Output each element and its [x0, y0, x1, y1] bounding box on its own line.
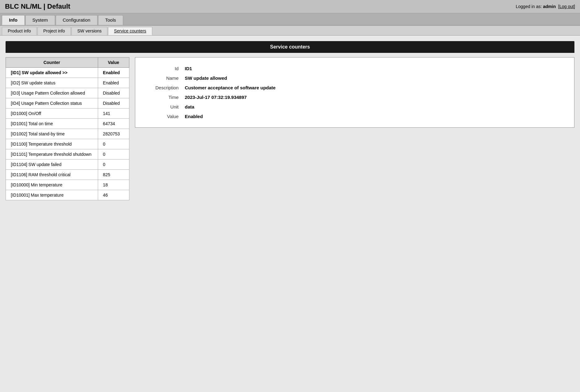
detail-description-label: Description — [145, 83, 182, 92]
value-cell: 141 — [98, 109, 129, 119]
sub-nav-tab-product-info[interactable]: Product info — [2, 27, 37, 35]
detail-value-value: Enabled — [182, 112, 565, 121]
sub-nav-tab-service-counters[interactable]: Service counters — [108, 27, 152, 35]
col-header-value: Value — [98, 58, 129, 68]
detail-value-label: Value — [145, 112, 182, 121]
table-row[interactable]: [ID10001] Max temperature46 — [6, 190, 129, 200]
counter-cell: [ID1002] Total stand-by time — [6, 129, 98, 139]
counter-cell: [ID4] Usage Pattern Collection status — [6, 98, 98, 109]
logged-in-label: Logged in as: — [516, 4, 543, 9]
user-info: Logged in as: admin [Log out] — [516, 4, 575, 9]
counter-cell: [ID1000] On/Off — [6, 109, 98, 119]
counter-cell: [ID1100] Temperature threshold — [6, 139, 98, 149]
detail-panel: Id ID1 Name SW update allowed Descriptio… — [135, 57, 574, 128]
table-row[interactable]: [ID1001] Total on time64734 — [6, 119, 129, 129]
counter-cell: [ID1001] Total on time — [6, 119, 98, 129]
detail-id-label: Id — [145, 64, 182, 73]
header: BLC NL/ML | Default Logged in as: admin … — [0, 0, 580, 13]
value-cell: 46 — [98, 190, 129, 200]
counter-cell: [ID3] Usage Pattern Collection allowed — [6, 88, 98, 98]
value-cell: Disabled — [98, 88, 129, 98]
table-row[interactable]: [ID1] SW update allowed >>Enabled — [6, 68, 129, 78]
counter-table-wrap: Counter Value [ID1] SW update allowed >>… — [6, 57, 129, 200]
detail-table: Id ID1 Name SW update allowed Descriptio… — [145, 64, 565, 121]
table-row[interactable]: [ID1104] SW update failed0 — [6, 160, 129, 170]
detail-unit-label: Unit — [145, 102, 182, 112]
value-cell: Enabled — [98, 68, 129, 78]
value-cell: 0 — [98, 160, 129, 170]
counter-cell: [ID1101] Temperature threshold shutdown — [6, 149, 98, 160]
main-nav-tab-info[interactable]: Info — [2, 15, 25, 25]
detail-time-value: 2023-Jul-17 07:32:19.934897 — [182, 92, 565, 102]
table-row[interactable]: [ID1000] On/Off141 — [6, 109, 129, 119]
main-nav-tab-tools[interactable]: Tools — [98, 15, 123, 25]
table-row[interactable]: [ID4] Usage Pattern Collection statusDis… — [6, 98, 129, 109]
app-title: BLC NL/ML | Default — [5, 2, 70, 11]
content-area: Service counters Counter Value [ID1] SW … — [0, 36, 580, 206]
sub-nav-tab-project-info[interactable]: Project info — [37, 27, 71, 35]
main-nav-tab-system[interactable]: System — [25, 15, 55, 25]
detail-name-value: SW update allowed — [182, 73, 565, 83]
table-row[interactable]: [ID1002] Total stand-by time2820753 — [6, 129, 129, 139]
table-row[interactable]: [ID1106] RAM threshold critical825 — [6, 170, 129, 180]
detail-id-value: ID1 — [182, 64, 565, 73]
detail-unit-value: data — [182, 102, 565, 112]
detail-name-label: Name — [145, 73, 182, 83]
detail-time-label: Time — [145, 92, 182, 102]
counter-cell: [ID1] SW update allowed >> — [6, 68, 98, 78]
value-cell: 825 — [98, 170, 129, 180]
sub-nav-tab-sw-versions[interactable]: SW versions — [71, 27, 108, 35]
counter-cell: [ID10001] Max temperature — [6, 190, 98, 200]
table-row[interactable]: [ID3] Usage Pattern Collection allowedDi… — [6, 88, 129, 98]
value-cell: 2820753 — [98, 129, 129, 139]
main-layout: Counter Value [ID1] SW update allowed >>… — [6, 57, 574, 200]
section-title: Service counters — [6, 41, 574, 53]
value-cell: 0 — [98, 149, 129, 160]
value-cell: 18 — [98, 180, 129, 190]
sub-nav: Product info Project info SW versions Se… — [0, 26, 580, 36]
table-row[interactable]: [ID1100] Temperature threshold0 — [6, 139, 129, 149]
counter-cell: [ID2] SW update status — [6, 78, 98, 88]
main-nav-tab-configuration[interactable]: Configuration — [56, 15, 97, 25]
value-cell: 64734 — [98, 119, 129, 129]
value-cell: 0 — [98, 139, 129, 149]
value-cell: Enabled — [98, 78, 129, 88]
counter-cell: [ID1106] RAM threshold critical — [6, 170, 98, 180]
table-row[interactable]: [ID2] SW update statusEnabled — [6, 78, 129, 88]
logout-link[interactable]: Log out — [559, 4, 574, 9]
col-header-counter: Counter — [6, 58, 98, 68]
main-nav: Info System Configuration Tools — [0, 13, 580, 26]
counter-table: Counter Value [ID1] SW update allowed >>… — [6, 57, 129, 200]
detail-description-value: Customer acceptance of software update — [182, 83, 565, 92]
counter-cell: [ID10000] Min temperature — [6, 180, 98, 190]
table-row[interactable]: [ID10000] Min temperature18 — [6, 180, 129, 190]
value-cell: Disabled — [98, 98, 129, 109]
counter-cell: [ID1104] SW update failed — [6, 160, 98, 170]
username: admin — [543, 4, 556, 9]
table-row[interactable]: [ID1101] Temperature threshold shutdown0 — [6, 149, 129, 160]
